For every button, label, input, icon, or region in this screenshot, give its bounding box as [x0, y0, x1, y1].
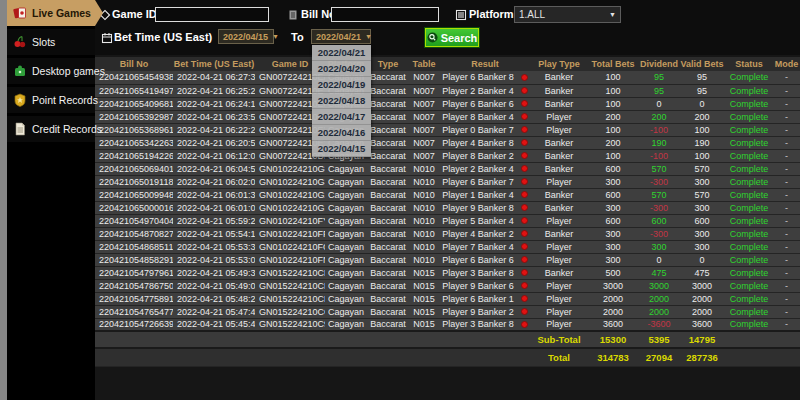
- cell-play-type: Banker: [531, 71, 587, 84]
- subtotal-row: Sub-Total 15300 5395 14795: [95, 331, 800, 348]
- cell-result: Player 6 Banker 7: [439, 175, 531, 188]
- sidebar-item-credit-records[interactable]: Credit Records: [7, 116, 95, 142]
- cell-total-bets: 300: [587, 253, 639, 266]
- date-option[interactable]: 2022/04/20: [312, 61, 371, 77]
- sidebar-item-point-records[interactable]: Point Records: [7, 87, 95, 113]
- cell-result: Player 7 Banker 4: [439, 240, 531, 253]
- cell-result: Player 0 Banker 7: [439, 123, 531, 136]
- cell-game-id: GN010224210FP: [255, 227, 325, 240]
- cell-mode: -: [773, 305, 800, 318]
- replay-icon[interactable]: [521, 165, 528, 172]
- date-from-select[interactable]: 2022/04/15 ▼: [218, 29, 274, 44]
- cell-type: Baccarat: [367, 201, 409, 214]
- cell-dividend: 3000: [639, 279, 679, 292]
- cell-valid-bets: 570: [679, 188, 725, 201]
- cell-platform: Cagayan: [325, 227, 367, 240]
- replay-icon[interactable]: [521, 113, 528, 120]
- replay-icon[interactable]: [521, 87, 528, 94]
- date-option[interactable]: 2022/04/21: [312, 45, 371, 61]
- col-header-valid-bets: Valid Bets: [679, 57, 725, 71]
- cell-dividend: 95: [639, 71, 679, 84]
- cell-bet-time: 2022-04-21 05:48:24: [173, 292, 255, 305]
- cell-status: Complete: [725, 292, 773, 305]
- cell-total-bets: 200: [587, 110, 639, 123]
- sidebar-item-slots[interactable]: Slots: [7, 29, 95, 55]
- cell-type: Baccarat: [367, 175, 409, 188]
- subtotal-valid-bets: 14795: [679, 331, 725, 348]
- cell-status: Complete: [725, 136, 773, 149]
- replay-icon[interactable]: [521, 74, 528, 81]
- cell-status: Complete: [725, 188, 773, 201]
- replay-icon[interactable]: [521, 126, 528, 133]
- platform-select[interactable]: 1.ALL ▼: [514, 6, 621, 23]
- table-row: 2204210549704042022-04-21 05:59:24GN0102…: [95, 214, 800, 227]
- chevron-down-icon: ▼: [365, 33, 372, 40]
- cell-platform: Cagayan: [325, 292, 367, 305]
- replay-icon[interactable]: [521, 204, 528, 211]
- cell-table: N010: [409, 188, 439, 201]
- table-row: 2204210653422632022-04-21 06:20:51GN0072…: [95, 136, 800, 149]
- cell-status: Complete: [725, 84, 773, 97]
- replay-icon[interactable]: [521, 217, 528, 224]
- cell-valid-bets: 200: [679, 110, 725, 123]
- date-option[interactable]: 2022/04/15: [312, 141, 371, 157]
- cell-status: Complete: [725, 214, 773, 227]
- date-option[interactable]: 2022/04/18: [312, 93, 371, 109]
- replay-icon[interactable]: [521, 191, 528, 198]
- cell-total-bets: 3600: [587, 318, 639, 331]
- cell-total-bets: 300: [587, 175, 639, 188]
- cell-table: N007: [409, 149, 439, 162]
- bet-time-label: Bet Time (US East): [114, 31, 212, 43]
- cell-table: N010: [409, 162, 439, 175]
- cell-bill-no: 220421065194226: [95, 149, 173, 162]
- cell-play-type: Player: [531, 214, 587, 227]
- col-header-table: Table: [409, 57, 439, 71]
- replay-icon[interactable]: [521, 152, 528, 159]
- cell-status: Complete: [725, 123, 773, 136]
- bill-no-input[interactable]: [331, 7, 439, 22]
- replay-icon[interactable]: [521, 295, 528, 302]
- replay-icon[interactable]: [521, 308, 528, 315]
- cell-bill-no: 220421054868511: [95, 240, 173, 253]
- cell-mode: -: [773, 123, 800, 136]
- date-option[interactable]: 2022/04/16: [312, 125, 371, 141]
- cell-status: Complete: [725, 201, 773, 214]
- subtotal-spacer-end: [725, 331, 800, 348]
- replay-icon[interactable]: [521, 100, 528, 107]
- cell-valid-bets: 475: [679, 266, 725, 279]
- cell-bet-time: 2022-04-21 06:02:09: [173, 175, 255, 188]
- game-id-input[interactable]: [155, 7, 269, 22]
- cell-total-bets: 600: [587, 162, 639, 175]
- replay-icon[interactable]: [521, 269, 528, 276]
- result-wrap: Player 4 Banker 2: [441, 229, 529, 239]
- cell-bill-no: 220421065454938: [95, 71, 173, 84]
- date-to-select[interactable]: 2022/04/21 ▼: [311, 29, 371, 44]
- replay-icon[interactable]: [521, 282, 528, 289]
- records-table-area: Bill NoBet Time (US East)Game IDPlatform…: [95, 57, 800, 367]
- cell-dividend: 475: [639, 266, 679, 279]
- cell-valid-bets: 100: [679, 149, 725, 162]
- chevron-down-icon: ▼: [609, 11, 616, 18]
- replay-icon[interactable]: [521, 243, 528, 250]
- replay-icon[interactable]: [521, 178, 528, 185]
- cell-play-type: Player: [531, 110, 587, 123]
- cell-result: Player 1 Banker 4: [439, 188, 531, 201]
- result-wrap: Player 9 Banker 8: [441, 203, 529, 213]
- platform-select-value: 1.ALL: [519, 9, 545, 20]
- cell-table: N007: [409, 84, 439, 97]
- replay-icon[interactable]: [521, 321, 528, 328]
- sidebar-item-live-games[interactable]: Live Games: [7, 0, 95, 26]
- date-option[interactable]: 2022/04/17: [312, 109, 371, 125]
- platform-icon: [455, 9, 467, 21]
- result-text: Player 8 Banker 4: [442, 112, 514, 122]
- search-button[interactable]: Search: [425, 28, 479, 47]
- table-row: 2204210653929872022-04-21 06:23:51GN0072…: [95, 110, 800, 123]
- replay-icon[interactable]: [521, 230, 528, 237]
- replay-icon[interactable]: [521, 256, 528, 263]
- table-row: 2204210548685112022-04-21 05:53:34GN0102…: [95, 240, 800, 253]
- replay-icon[interactable]: [521, 139, 528, 146]
- date-option[interactable]: 2022/04/19: [312, 77, 371, 93]
- cell-mode: -: [773, 279, 800, 292]
- sidebar-item-desktop-games[interactable]: Desktop games: [7, 58, 95, 84]
- cell-table: N007: [409, 136, 439, 149]
